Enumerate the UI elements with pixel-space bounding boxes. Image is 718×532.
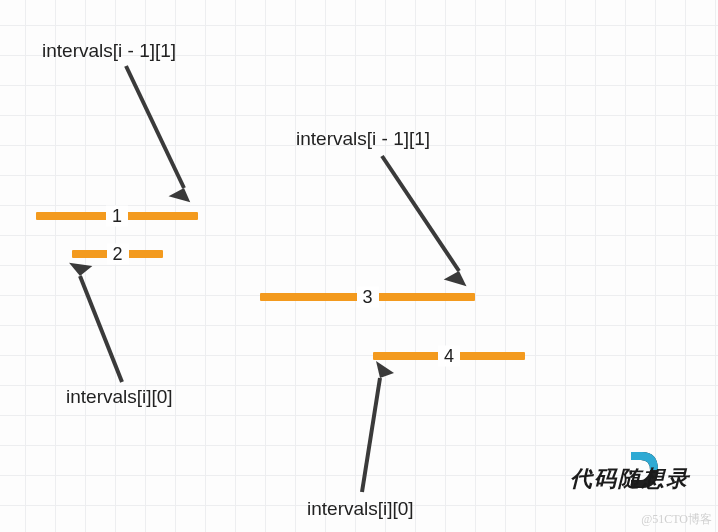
svg-line-4 (80, 276, 122, 382)
svg-line-6 (362, 378, 380, 492)
svg-line-0 (126, 66, 184, 188)
label-bottom-left: intervals[i][0] (66, 386, 173, 408)
svg-marker-1 (168, 187, 191, 202)
interval-num-3: 3 (356, 287, 378, 308)
svg-marker-7 (376, 361, 394, 378)
svg-line-2 (382, 156, 459, 271)
interval-bar-2: 2 (72, 250, 163, 258)
label-top-right: intervals[i - 1][1] (296, 128, 430, 150)
watermark-text: 代码随想录 (570, 464, 690, 494)
svg-marker-5 (69, 261, 93, 277)
watermark-logo (628, 450, 662, 490)
interval-num-4: 4 (438, 346, 460, 367)
cto-label: @51CTO博客 (641, 511, 712, 528)
interval-bar-3: 3 (260, 293, 475, 301)
label-top-left: intervals[i - 1][1] (42, 40, 176, 62)
svg-marker-3 (443, 270, 467, 286)
interval-num-1: 1 (106, 206, 128, 227)
label-bottom-right: intervals[i][0] (307, 498, 414, 520)
interval-bar-1: 1 (36, 212, 198, 220)
interval-bar-4: 4 (373, 352, 525, 360)
arrows (0, 0, 718, 532)
interval-num-2: 2 (106, 244, 128, 265)
